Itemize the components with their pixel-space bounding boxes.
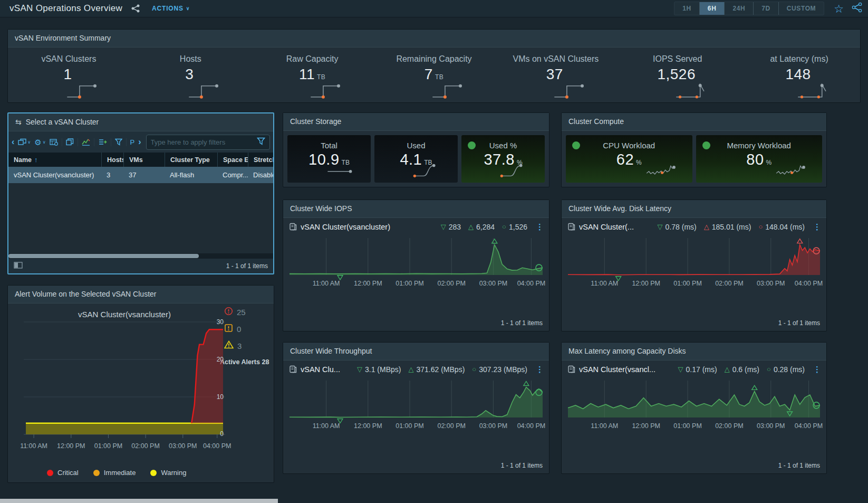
metric-row[interactable]: vSAN Cluster(... ▽0.78 (ms) △185.01 (ms)…	[562, 219, 826, 235]
time-range-custom[interactable]: CUSTOM	[778, 2, 824, 15]
table-header: Name↑ Hosts VMs Cluster Type Space Ef...…	[8, 153, 273, 167]
x-axis-label: 12:00 PM	[354, 280, 382, 287]
share-icon[interactable]	[131, 4, 140, 13]
legend-dot-icon	[47, 470, 53, 476]
share-nodes-icon[interactable]	[851, 2, 863, 15]
kebab-menu-icon[interactable]: ⋮	[813, 365, 821, 374]
trend-sparkline-icon	[768, 160, 819, 181]
metric-vsan-clusters[interactable]: vSAN Clusters 1	[8, 48, 130, 103]
legend-critical[interactable]: Critical	[47, 469, 79, 477]
settings-gear-icon[interactable]: ⚙ ∨	[34, 138, 45, 146]
time-range-7d[interactable]: 7D	[753, 2, 778, 15]
chart-legend: Critical Immediate Warning	[47, 469, 186, 477]
column-header-cluster-type[interactable]: Cluster Type	[165, 153, 217, 167]
warning-count: 3	[237, 341, 242, 350]
column-header-name[interactable]: Name↑	[8, 153, 101, 167]
time-range-24h[interactable]: 24H	[724, 2, 753, 15]
x-axis-label: 01:00 PM	[94, 442, 123, 450]
grid-toolbar: ‹ ∨ ⚙ ∨	[8, 131, 273, 153]
metric-label: VMs on vSAN Clusters	[495, 54, 616, 64]
column-header-hosts[interactable]: Hosts	[101, 153, 123, 167]
column-picker-icon[interactable]	[14, 261, 23, 271]
time-range-1h[interactable]: 1H	[674, 2, 699, 15]
column-header-vms[interactable]: VMs	[123, 153, 165, 167]
items-count: 1 - 1 of 1 items	[226, 262, 268, 270]
filter-funnel-icon[interactable]	[115, 138, 122, 146]
last-circle-icon: ○	[502, 223, 506, 231]
throughput-panel: Cluster Wide Throughput vSAN Clu... ▽3.1…	[283, 342, 549, 474]
panel-title: Cluster Wide Avg. Disk Latency	[562, 200, 826, 218]
x-axis-label: 11:00 AM	[313, 422, 340, 430]
x-axis-label: 03:00 PM	[169, 442, 197, 450]
legend-warning[interactable]: Warning	[150, 469, 186, 477]
warning-alert-icon	[224, 340, 234, 351]
favorite-star-icon[interactable]: ☆	[834, 3, 844, 14]
dashboard-navigate-icon[interactable]: ∨	[18, 138, 31, 146]
x-axis-label: 12:00 PM	[632, 280, 660, 287]
page-scrollbar[interactable]	[0, 499, 278, 503]
select-cluster-panel: ⇆ Select a vSAN Cluster ‹ ∨ ⚙ ∨	[7, 112, 274, 274]
kpi-card-used-percent: Used % 37.8%	[461, 135, 545, 183]
max-value: △371.62 (MBps)	[408, 365, 465, 374]
metric-row[interactable]: vSAN Clu... ▽3.1 (MBps) △371.62 (MBps) ○…	[284, 361, 548, 377]
min-value: ▽0.78 (ms)	[658, 223, 697, 231]
actions-menu[interactable]: ACTIONS ∨	[152, 5, 190, 12]
filter-input[interactable]	[151, 138, 257, 146]
kpi-card-used: Used 4.1TB	[374, 135, 458, 183]
last-value: ○148.04 (ms)	[758, 223, 805, 231]
kpi-label: Memory Workload	[696, 141, 823, 150]
critical-alert-icon	[224, 307, 233, 318]
kpi-label: CPU Workload	[566, 141, 692, 150]
metric-raw-capacity[interactable]: Raw Capacity 11TB	[252, 48, 373, 103]
table-row[interactable]: vSAN Cluster(vsancluster) 3 37 All-flash…	[8, 167, 273, 183]
max-triangle-icon: △	[408, 365, 413, 373]
status-dot	[702, 141, 710, 149]
y-axis-label: 0	[210, 430, 224, 438]
x-axis-label: 12:00 PM	[632, 422, 660, 430]
panel-title: Max Latency among Capacity Disks	[562, 343, 826, 360]
metric-row[interactable]: vSAN Cluster(vsancl... ▽0.17 (ms) △0.6 (…	[562, 361, 826, 377]
edit-widget-icon[interactable]	[50, 138, 58, 146]
time-range-6h[interactable]: 6H	[699, 2, 725, 15]
kebab-menu-icon[interactable]: ⋮	[813, 222, 821, 232]
trend-sparkline-icon	[304, 80, 352, 101]
toolbar-scroll-left-icon[interactable]: ‹	[12, 138, 14, 146]
scrollbar-thumb[interactable]	[8, 254, 199, 258]
x-axis-label: 04:00 PM	[517, 280, 546, 287]
kebab-menu-icon[interactable]: ⋮	[536, 222, 543, 232]
x-axis-label: 11:00 AM	[591, 280, 618, 287]
metric-hosts[interactable]: Hosts 3	[130, 48, 252, 103]
cluster-object-icon	[567, 365, 575, 373]
trend-sparkline-icon	[404, 160, 455, 181]
metric-row[interactable]: vSAN Cluster(vsancluster) ▽283 △6,284 ○1…	[284, 219, 548, 235]
kebab-menu-icon[interactable]: ⋮	[536, 365, 543, 374]
x-axis-label: 02:00 PM	[715, 280, 744, 287]
resource-name: vSAN Cluster(vsancl...	[579, 365, 655, 374]
list-actions-icon[interactable]	[98, 138, 107, 146]
warning-badge[interactable]: 3	[220, 340, 273, 351]
chart-view-icon[interactable]	[82, 138, 90, 146]
panel-title: Alert Volume on the Selected vSAN Cluste…	[8, 286, 274, 303]
last-value: ○1,526	[502, 223, 527, 231]
metric-label: Raw Capacity	[252, 54, 373, 64]
x-axis-label: 02:00 PM	[715, 422, 744, 430]
metric-vms[interactable]: VMs on vSAN Clusters 37	[495, 48, 616, 103]
legend-dot-icon	[93, 470, 100, 476]
min-triangle-icon: ▽	[441, 223, 446, 231]
max-triangle-icon: △	[468, 223, 474, 231]
metric-remaining-capacity[interactable]: Remaining Capacity 7TB	[373, 48, 495, 103]
column-header-space-efficiency[interactable]: Space Ef...	[217, 153, 248, 167]
min-triangle-icon: ▽	[658, 223, 663, 231]
copy-icon[interactable]	[66, 138, 74, 146]
legend-immediate[interactable]: Immediate	[93, 469, 136, 477]
x-axis-label: 03:00 PM	[757, 422, 785, 430]
panel-title: Cluster Wide Throughput	[283, 343, 549, 360]
column-header-stretched[interactable]: Stretched	[248, 153, 273, 167]
critical-badge[interactable]: 25	[220, 307, 273, 318]
metric-iops-served[interactable]: IOPS Served 1,526	[616, 48, 738, 103]
metric-latency[interactable]: at Latency (ms) 148	[738, 48, 860, 103]
toolbar-scroll-right-icon[interactable]: ›	[138, 138, 141, 146]
toolbar-overflow-label[interactable]: P	[130, 138, 135, 146]
immediate-badge[interactable]: 0	[220, 324, 273, 335]
apply-filter-icon[interactable]	[257, 137, 265, 147]
